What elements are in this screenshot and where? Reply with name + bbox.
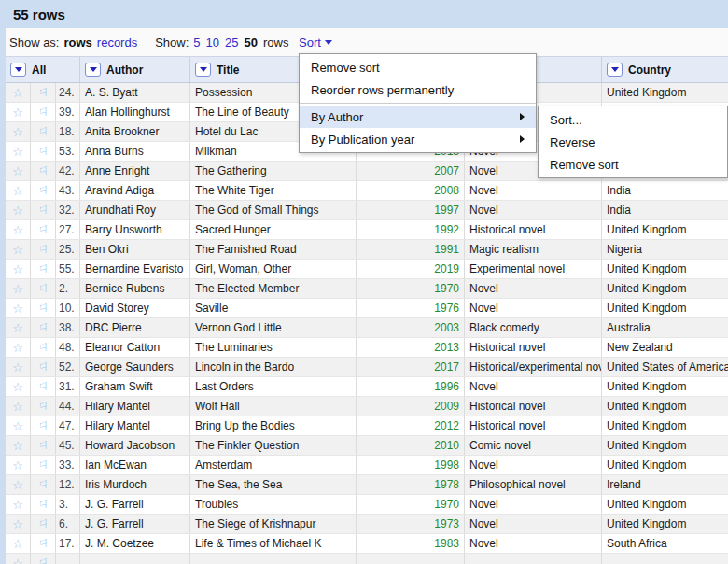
star-icon[interactable]: ☆ xyxy=(6,318,31,337)
menu-item-by-author[interactable]: By Author xyxy=(300,106,536,128)
flag-icon[interactable]: ⚐ xyxy=(31,495,56,514)
cell-author[interactable]: Anita Brookner xyxy=(80,122,190,141)
cell-genre[interactable]: Novel xyxy=(465,515,602,533)
column-menu-title-button[interactable] xyxy=(195,63,211,77)
star-icon[interactable]: ☆ xyxy=(6,83,31,102)
flag-icon[interactable]: ⚐ xyxy=(31,83,56,102)
cell-title[interactable]: Lincoln in the Bardo xyxy=(190,358,357,376)
cell-genre[interactable]: Novel xyxy=(465,495,602,514)
cell-author[interactable]: Hilary Mantel xyxy=(80,397,190,416)
flag-icon[interactable]: ⚐ xyxy=(31,162,56,180)
cell-publication-year[interactable]: 2019 xyxy=(357,260,465,278)
star-icon[interactable]: ☆ xyxy=(6,338,31,357)
cell-country[interactable]: New Zealand xyxy=(602,338,728,357)
cell-author[interactable]: J. G. Farrell xyxy=(80,515,190,533)
cell-author[interactable]: J. M. Coetzee xyxy=(80,534,190,553)
cell-title[interactable]: Troubles xyxy=(190,495,357,514)
flag-icon[interactable]: ⚐ xyxy=(31,220,56,239)
star-icon[interactable]: ☆ xyxy=(6,377,31,396)
cell-author[interactable]: J. G. Farrell xyxy=(80,495,190,514)
star-icon[interactable]: ☆ xyxy=(6,220,31,239)
cell-title[interactable]: The Elected Member xyxy=(190,279,357,298)
cell-title[interactable] xyxy=(190,554,357,564)
cell-genre[interactable]: Historical novel xyxy=(465,220,602,239)
cell-country[interactable]: Australia xyxy=(602,318,728,337)
cell-genre[interactable]: Novel xyxy=(465,201,602,219)
menu-item-by-publication-year[interactable]: By Publication year xyxy=(300,128,536,150)
cell-author[interactable]: Ian McEwan xyxy=(80,456,190,474)
show-as-rows-option[interactable]: rows xyxy=(63,35,91,49)
cell-author[interactable]: Arundhati Roy xyxy=(80,201,190,219)
flag-icon[interactable]: ⚐ xyxy=(31,475,56,494)
cell-title[interactable]: The Sea, the Sea xyxy=(190,475,357,494)
cell-country[interactable]: United Kingdom xyxy=(602,83,728,102)
cell-title[interactable]: The Siege of Krishnapur xyxy=(190,515,357,533)
flag-icon[interactable]: ⚐ xyxy=(31,318,56,337)
cell-country[interactable]: United Kingdom xyxy=(602,299,728,317)
menu-item-remove-sort[interactable]: Remove sort xyxy=(300,56,536,78)
cell-publication-year[interactable]: 2012 xyxy=(357,416,465,435)
star-icon[interactable]: ☆ xyxy=(6,103,31,121)
star-icon[interactable]: ☆ xyxy=(6,397,31,416)
cell-title[interactable]: Girl, Woman, Other xyxy=(190,260,357,278)
star-icon[interactable]: ☆ xyxy=(6,279,31,298)
cell-country[interactable]: India xyxy=(602,201,728,219)
cell-author[interactable]: Barry Unsworth xyxy=(80,220,190,239)
cell-country[interactable]: United Kingdom xyxy=(602,515,728,533)
cell-publication-year[interactable]: 2017 xyxy=(357,358,465,376)
cell-country[interactable]: South Africa xyxy=(602,534,728,553)
cell-genre[interactable]: Novel xyxy=(465,456,602,474)
page-size-10-link[interactable]: 10 xyxy=(206,35,219,49)
cell-title[interactable]: Bring Up the Bodies xyxy=(190,416,357,435)
cell-publication-year[interactable] xyxy=(357,554,465,564)
flag-icon[interactable]: ⚐ xyxy=(31,515,56,533)
cell-title[interactable]: The Finkler Question xyxy=(190,436,357,455)
star-icon[interactable]: ☆ xyxy=(6,554,31,564)
show-as-records-link[interactable]: records xyxy=(97,35,137,49)
star-icon[interactable]: ☆ xyxy=(6,495,31,514)
cell-author[interactable]: Howard Jacobson xyxy=(80,436,190,455)
cell-title[interactable]: Sacred Hunger xyxy=(190,220,357,239)
cell-publication-year[interactable]: 1983 xyxy=(357,534,465,553)
cell-title[interactable]: Wolf Hall xyxy=(190,397,357,416)
flag-icon[interactable]: ⚐ xyxy=(31,534,56,553)
flag-icon[interactable]: ⚐ xyxy=(31,397,56,416)
cell-country[interactable]: United Kingdom xyxy=(602,495,728,514)
flag-icon[interactable]: ⚐ xyxy=(31,181,56,200)
cell-country[interactable]: United Kingdom xyxy=(602,279,728,298)
cell-country[interactable]: Nigeria xyxy=(602,240,728,259)
flag-icon[interactable]: ⚐ xyxy=(31,416,56,435)
flag-icon[interactable]: ⚐ xyxy=(31,103,56,121)
cell-genre[interactable]: Comic novel xyxy=(465,436,602,455)
star-icon[interactable]: ☆ xyxy=(6,534,31,553)
flag-icon[interactable]: ⚐ xyxy=(31,377,56,396)
cell-country[interactable]: United Kingdom xyxy=(602,436,728,455)
cell-genre[interactable]: Historical novel xyxy=(465,397,602,416)
cell-publication-year[interactable]: 1973 xyxy=(357,515,465,533)
star-icon[interactable]: ☆ xyxy=(6,162,31,180)
cell-publication-year[interactable]: 1997 xyxy=(357,201,465,219)
cell-publication-year[interactable]: 1978 xyxy=(357,475,465,494)
cell-author[interactable]: DBC Pierre xyxy=(80,318,190,337)
cell-country[interactable] xyxy=(602,554,728,564)
cell-publication-year[interactable]: 2003 xyxy=(357,318,465,337)
cell-author[interactable] xyxy=(80,554,190,564)
cell-title[interactable]: Life & Times of Michael K xyxy=(190,534,357,553)
cell-genre[interactable]: Magic realism xyxy=(465,240,602,259)
cell-title[interactable]: Vernon God Little xyxy=(190,318,357,337)
cell-genre[interactable]: Philosophical novel xyxy=(465,475,602,494)
flag-icon[interactable]: ⚐ xyxy=(31,299,56,317)
submenu-item-sort[interactable]: Sort... xyxy=(539,108,727,131)
flag-icon[interactable]: ⚐ xyxy=(31,122,56,141)
star-icon[interactable]: ☆ xyxy=(6,299,31,317)
cell-genre[interactable]: Black comedy xyxy=(465,318,602,337)
flag-icon[interactable]: ⚐ xyxy=(31,279,56,298)
cell-genre[interactable]: Novel xyxy=(465,534,602,553)
cell-author[interactable]: Hilary Mantel xyxy=(80,416,190,435)
column-menu-country-button[interactable] xyxy=(607,63,623,77)
cell-country[interactable]: United Kingdom xyxy=(602,260,728,278)
cell-title[interactable]: The God of Small Things xyxy=(190,201,357,219)
cell-publication-year[interactable]: 2007 xyxy=(357,162,465,180)
cell-country[interactable]: United Kingdom xyxy=(602,220,728,239)
cell-genre[interactable]: Novel xyxy=(465,181,602,200)
